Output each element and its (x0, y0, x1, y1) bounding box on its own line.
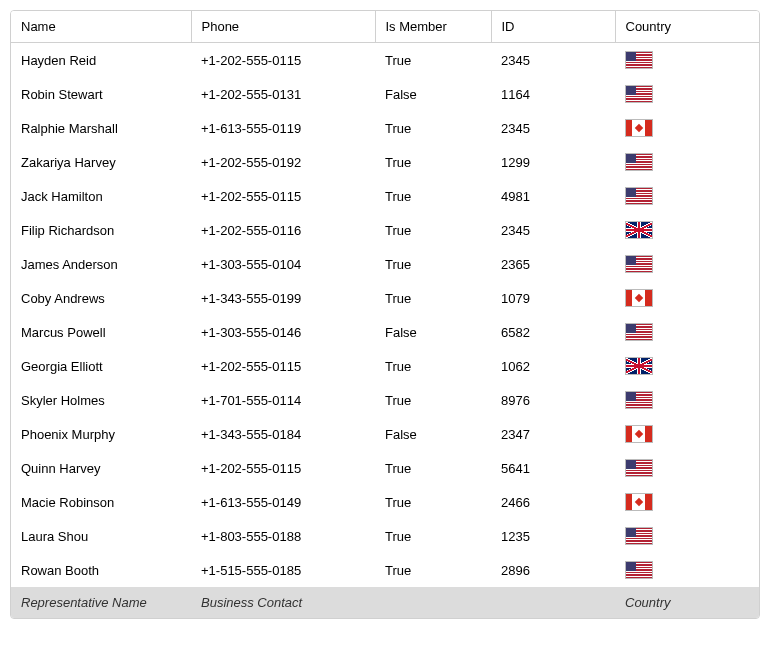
cell-member: True (375, 553, 491, 587)
cell-phone: +1-202-555-0131 (191, 77, 375, 111)
table-row[interactable]: Skyler Holmes+1-701-555-0114True8976 (11, 383, 760, 417)
cell-id: 1299 (491, 145, 615, 179)
cell-id: 2365 (491, 247, 615, 281)
cell-id: 2345 (491, 111, 615, 145)
table-row[interactable]: Jack Hamilton+1-202-555-0115True4981 (11, 179, 760, 213)
cell-id: 2896 (491, 553, 615, 587)
table-row[interactable]: Filip Richardson+1-202-555-0116True2345 (11, 213, 760, 247)
table-row[interactable]: Coby Andrews+1-343-555-0199True1079 (11, 281, 760, 315)
cell-country (615, 247, 760, 281)
cell-id: 2345 (491, 43, 615, 78)
cell-name: Rowan Booth (11, 553, 191, 587)
cell-name: Laura Shou (11, 519, 191, 553)
table-row[interactable]: James Anderson+1-303-555-0104True2365 (11, 247, 760, 281)
cell-country (615, 553, 760, 587)
table-row[interactable]: Laura Shou+1-803-555-0188True1235 (11, 519, 760, 553)
cell-member: True (375, 485, 491, 519)
cell-country (615, 179, 760, 213)
flag-gb-icon (625, 221, 653, 239)
cell-phone: +1-202-555-0115 (191, 451, 375, 485)
cell-phone: +1-803-555-0188 (191, 519, 375, 553)
cell-phone: +1-613-555-0149 (191, 485, 375, 519)
cell-country (615, 519, 760, 553)
cell-name: Hayden Reid (11, 43, 191, 78)
cell-member: True (375, 43, 491, 78)
cell-member: True (375, 519, 491, 553)
footer-member (375, 587, 491, 618)
cell-country (615, 349, 760, 383)
cell-id: 4981 (491, 179, 615, 213)
table-row[interactable]: Zakariya Harvey+1-202-555-0192True1299 (11, 145, 760, 179)
footer-country: Country (615, 587, 760, 618)
col-header-member[interactable]: Is Member (375, 11, 491, 43)
cell-phone: +1-343-555-0184 (191, 417, 375, 451)
table-row[interactable]: Ralphie Marshall+1-613-555-0119True2345 (11, 111, 760, 145)
cell-name: Georgia Elliott (11, 349, 191, 383)
cell-phone: +1-613-555-0119 (191, 111, 375, 145)
flag-us-icon (625, 85, 653, 103)
table-row[interactable]: Robin Stewart+1-202-555-0131False1164 (11, 77, 760, 111)
cell-country (615, 417, 760, 451)
flag-us-icon (625, 153, 653, 171)
table-row[interactable]: Hayden Reid+1-202-555-0115True2345 (11, 43, 760, 78)
cell-country (615, 383, 760, 417)
flag-ca-icon (625, 289, 653, 307)
cell-country (615, 145, 760, 179)
cell-country (615, 485, 760, 519)
cell-phone: +1-701-555-0114 (191, 383, 375, 417)
cell-id: 1062 (491, 349, 615, 383)
cell-member: True (375, 179, 491, 213)
cell-member: False (375, 315, 491, 349)
cell-member: True (375, 383, 491, 417)
footer-phone: Business Contact (191, 587, 375, 618)
cell-phone: +1-515-555-0185 (191, 553, 375, 587)
table-row[interactable]: Macie Robinson+1-613-555-0149True2466 (11, 485, 760, 519)
representatives-table: Name Phone Is Member ID Country Hayden R… (10, 10, 760, 619)
col-header-id[interactable]: ID (491, 11, 615, 43)
flag-us-icon (625, 51, 653, 69)
cell-name: Quinn Harvey (11, 451, 191, 485)
cell-name: Marcus Powell (11, 315, 191, 349)
cell-member: True (375, 213, 491, 247)
cell-name: Macie Robinson (11, 485, 191, 519)
cell-id: 2466 (491, 485, 615, 519)
cell-name: Phoenix Murphy (11, 417, 191, 451)
cell-phone: +1-202-555-0115 (191, 349, 375, 383)
cell-name: Zakariya Harvey (11, 145, 191, 179)
col-header-phone[interactable]: Phone (191, 11, 375, 43)
cell-phone: +1-202-555-0115 (191, 43, 375, 78)
table-row[interactable]: Marcus Powell+1-303-555-0146False6582 (11, 315, 760, 349)
cell-name: James Anderson (11, 247, 191, 281)
table-footer-row: Representative Name Business Contact Cou… (11, 587, 760, 618)
col-header-name[interactable]: Name (11, 11, 191, 43)
table-row[interactable]: Phoenix Murphy+1-343-555-0184False2347 (11, 417, 760, 451)
table-row[interactable]: Georgia Elliott+1-202-555-0115True1062 (11, 349, 760, 383)
table-header-row: Name Phone Is Member ID Country (11, 11, 760, 43)
cell-name: Filip Richardson (11, 213, 191, 247)
cell-member: True (375, 281, 491, 315)
cell-country (615, 213, 760, 247)
cell-member: False (375, 417, 491, 451)
cell-id: 2347 (491, 417, 615, 451)
footer-name: Representative Name (11, 587, 191, 618)
flag-us-icon (625, 391, 653, 409)
cell-id: 6582 (491, 315, 615, 349)
flag-us-icon (625, 255, 653, 273)
table-row[interactable]: Rowan Booth+1-515-555-0185True2896 (11, 553, 760, 587)
cell-id: 8976 (491, 383, 615, 417)
cell-country (615, 451, 760, 485)
footer-id (491, 587, 615, 618)
cell-id: 2345 (491, 213, 615, 247)
flag-ca-icon (625, 425, 653, 443)
cell-country (615, 43, 760, 78)
cell-member: True (375, 247, 491, 281)
flag-us-icon (625, 323, 653, 341)
cell-phone: +1-202-555-0116 (191, 213, 375, 247)
cell-name: Coby Andrews (11, 281, 191, 315)
table-row[interactable]: Quinn Harvey+1-202-555-0115True5641 (11, 451, 760, 485)
cell-phone: +1-303-555-0146 (191, 315, 375, 349)
flag-us-icon (625, 187, 653, 205)
cell-id: 1079 (491, 281, 615, 315)
flag-gb-icon (625, 357, 653, 375)
col-header-country[interactable]: Country (615, 11, 760, 43)
